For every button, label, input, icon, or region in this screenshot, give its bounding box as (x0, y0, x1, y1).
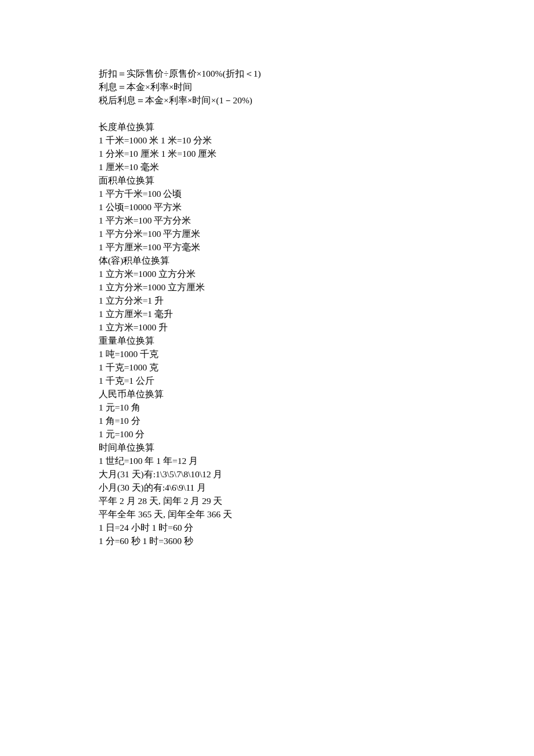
text-line: 1 立方米=1000 升 (99, 321, 435, 334)
text-line: 平年 2 月 28 天, 闰年 2 月 29 天 (99, 494, 435, 507)
text-line: 1 元=100 分 (99, 427, 435, 441)
text-line: 1 元=10 角 (99, 401, 435, 414)
text-line: 1 公顷=10000 平方米 (99, 200, 435, 214)
text-line: 长度单位换算 (99, 120, 435, 134)
text-line: 1 厘米=10 毫米 (99, 160, 435, 174)
text-line: 大月(31 天)有:1\3\5\7\8\10\12 月 (99, 467, 435, 481)
text-line: 1 世纪=100 年 1 年=12 月 (99, 454, 435, 467)
text-line: 1 千克=1 公斤 (99, 374, 435, 387)
text-line: 1 平方米=100 平方分米 (99, 214, 435, 227)
text-line: 利息＝本金×利率×时间 (99, 80, 435, 93)
text-line: 1 平方分米=100 平方厘米 (99, 227, 435, 240)
text-line: 1 角=10 分 (99, 414, 435, 427)
text-line: 1 立方分米=1 升 (99, 294, 435, 307)
text-line: 体(容)积单位换算 (99, 254, 435, 267)
paragraph-2: 长度单位换算 1 千米=1000 米 1 米=10 分米 1 分米=10 厘米 … (99, 120, 435, 548)
text-line: 平年全年 365 天, 闰年全年 366 天 (99, 507, 435, 521)
text-line: 税后利息＝本金×利率×时间×(1－20%) (99, 93, 435, 107)
text-line: 1 日=24 小时 1 时=60 分 (99, 521, 435, 534)
text-line: 1 平方千米=100 公顷 (99, 187, 435, 200)
text-line: 时间单位换算 (99, 441, 435, 454)
text-line: 面积单位换算 (99, 174, 435, 187)
text-line: 1 分=60 秒 1 时=3600 秒 (99, 534, 435, 548)
text-line: 1 千米=1000 米 1 米=10 分米 (99, 134, 435, 147)
paragraph-1: 折扣＝实际售价÷原售价×100%(折扣＜1) 利息＝本金×利率×时间 税后利息＝… (99, 67, 435, 107)
document-page: 折扣＝实际售价÷原售价×100%(折扣＜1) 利息＝本金×利率×时间 税后利息＝… (0, 0, 534, 756)
text-line: 小月(30 天)的有:4\6\9\11 月 (99, 481, 435, 494)
text-line: 人民币单位换算 (99, 387, 435, 401)
text-line: 1 立方厘米=1 毫升 (99, 307, 435, 321)
text-line: 1 立方分米=1000 立方厘米 (99, 280, 435, 294)
text-line: 重量单位换算 (99, 334, 435, 347)
text-line: 1 平方厘米=100 平方毫米 (99, 240, 435, 254)
text-line: 1 立方米=1000 立方分米 (99, 267, 435, 280)
text-line: 1 分米=10 厘米 1 米=100 厘米 (99, 147, 435, 160)
text-line: 1 吨=1000 千克 (99, 347, 435, 361)
text-line: 折扣＝实际售价÷原售价×100%(折扣＜1) (99, 67, 435, 80)
text-line: 1 千克=1000 克 (99, 361, 435, 374)
